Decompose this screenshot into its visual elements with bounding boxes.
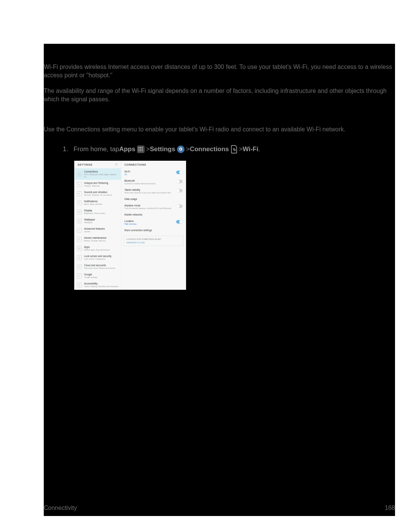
- footer-page-number: 168: [385, 505, 395, 511]
- step-bold-apps: Apps: [119, 144, 135, 154]
- svg-rect-12: [78, 220, 80, 222]
- step-sep-3: >: [239, 144, 243, 154]
- cloud-icon: [77, 264, 82, 269]
- notifications-icon: [77, 200, 82, 205]
- svg-point-20: [79, 275, 80, 276]
- connections-doc-icon: [231, 145, 237, 153]
- sidebar-item-cloud[interactable]: Cloud and accountsSamsung Cloud, Backup …: [75, 262, 121, 271]
- visibility-toggle[interactable]: [176, 189, 183, 192]
- page-footer: Connectivity 168: [44, 505, 395, 511]
- paragraph-intro-1: Wi-Fi provides wireless Internet access …: [44, 44, 395, 80]
- maintenance-icon: [77, 237, 82, 242]
- wallpaper-icon: [77, 219, 82, 224]
- right-item-bluetooth[interactable]: Bluetooth Connect to nearby Bluetooth de…: [121, 177, 186, 187]
- right-item-mobile[interactable]: Mobile networks: [121, 211, 186, 218]
- sidebar-item-label: Connections: [84, 170, 119, 173]
- google-icon: [77, 273, 82, 278]
- settings-title: SETTINGS: [78, 163, 92, 166]
- svg-point-7: [140, 150, 141, 151]
- suggestion-title: LOOKING FOR SOMETHING ELSE?: [126, 238, 181, 240]
- svg-point-3: [139, 149, 139, 150]
- advanced-icon: [77, 228, 82, 233]
- svg-point-5: [142, 149, 143, 150]
- sidebar-item-google[interactable]: GoogleGoogle settings: [75, 271, 121, 280]
- location-toggle[interactable]: [176, 220, 183, 224]
- svg-point-21: [79, 284, 80, 284]
- connections-title-bar: CONNECTIONS: [121, 161, 186, 168]
- svg-point-9: [115, 164, 117, 165]
- suggestion-box[interactable]: LOOKING FOR SOMETHING ELSE? SAMSUNG CLOU…: [124, 236, 183, 246]
- search-icon[interactable]: [115, 163, 118, 166]
- step-bold-wifi: Wi-Fi: [243, 144, 258, 154]
- svg-point-2: [142, 147, 143, 148]
- suggestion-link: SAMSUNG CLOUD: [126, 241, 181, 244]
- step-1: 1. From home, tap Apps > Settings > Conn…: [63, 144, 395, 154]
- step-number: 1.: [63, 144, 68, 154]
- sidebar-item-lockscreen[interactable]: Lock screen and securityLock screen, Fin…: [75, 253, 121, 262]
- step-period: .: [258, 144, 260, 154]
- right-item-location[interactable]: Location High accuracy: [121, 218, 186, 227]
- settings-screenshot: SETTINGS ConnectionsWi-Fi, Bluetooth, Da…: [74, 161, 186, 290]
- sidebar-item-accessibility[interactable]: AccessibilityVision, Hearing, Dexterity …: [75, 280, 121, 289]
- right-item-datausage[interactable]: Data usage: [121, 196, 186, 202]
- connections-title: CONNECTIONS: [124, 163, 146, 166]
- svg-point-13: [79, 230, 80, 230]
- footer-section: Connectivity: [44, 505, 77, 511]
- svg-point-4: [140, 149, 141, 150]
- svg-rect-11: [78, 211, 80, 212]
- svg-point-8: [142, 150, 143, 151]
- wifi-toggle[interactable]: [176, 171, 183, 174]
- paragraph-intro-3: Use the Connections setting menu to enab…: [44, 125, 395, 134]
- paragraph-intro-2: The availability and range of the Wi-Fi …: [44, 87, 395, 104]
- step-text-1: From home, tap: [73, 144, 119, 154]
- step-sep-1: >: [146, 144, 150, 154]
- svg-point-10: [79, 184, 80, 185]
- svg-rect-17: [78, 249, 79, 249]
- right-item-more[interactable]: More connection settings: [121, 227, 186, 233]
- svg-point-0: [139, 147, 139, 148]
- right-item-visibility[interactable]: Tablet visibility Allow other devices to…: [121, 187, 186, 196]
- svg-rect-18: [80, 249, 80, 249]
- sidebar-item-advanced[interactable]: Advanced featuresGames: [75, 225, 121, 235]
- connections-icon: [77, 172, 82, 177]
- apps-grid-icon: [137, 145, 145, 153]
- sidebar-item-connections[interactable]: ConnectionsWi-Fi, Bluetooth, Data usage,…: [75, 168, 121, 180]
- sidebar-item-hotspot[interactable]: Hotspot and TetheringHotspot, Tethering: [75, 180, 121, 189]
- settings-gear-icon: [177, 145, 185, 153]
- sidebar-item-sounds[interactable]: Sounds and vibrationSounds, Vibration, D…: [75, 189, 121, 198]
- hotspot-icon: [77, 182, 82, 187]
- right-item-airplane[interactable]: Airplane mode Turn off network features,…: [121, 202, 186, 211]
- sidebar-item-notifications[interactable]: NotificationsBlock, allow, prioritize: [75, 198, 121, 207]
- svg-point-1: [140, 147, 141, 148]
- svg-point-6: [139, 150, 139, 151]
- sidebar-item-display[interactable]: DisplayBrightness, Home screen: [75, 207, 121, 216]
- sidebar-item-maintenance[interactable]: Device maintenanceBattery, Storage, Memo…: [75, 235, 121, 244]
- sidebar-item-wallpaper[interactable]: WallpaperWallpaper: [75, 216, 121, 225]
- document-blackbox: Wi-Fi provides wireless Internet access …: [44, 44, 395, 516]
- lock-icon: [77, 255, 82, 260]
- settings-title-bar: SETTINGS: [75, 161, 121, 168]
- bluetooth-toggle[interactable]: [176, 180, 183, 183]
- sidebar-item-apps[interactable]: AppsDefault apps, App permissions: [75, 244, 121, 253]
- right-item-wifi[interactable]: Wi-Fi On: [121, 168, 186, 177]
- airplane-toggle[interactable]: [176, 204, 183, 208]
- svg-rect-15: [78, 248, 79, 248]
- svg-rect-16: [80, 248, 80, 248]
- accessibility-icon: [77, 283, 82, 288]
- apps-icon: [77, 246, 82, 251]
- sound-icon: [77, 191, 82, 196]
- step-bold-settings: Settings: [150, 144, 175, 154]
- step-sep-2: >: [186, 144, 190, 154]
- svg-rect-19: [79, 257, 80, 258]
- display-icon: [77, 209, 82, 214]
- svg-point-14: [79, 239, 80, 240]
- step-bold-connections: Connections: [190, 144, 229, 154]
